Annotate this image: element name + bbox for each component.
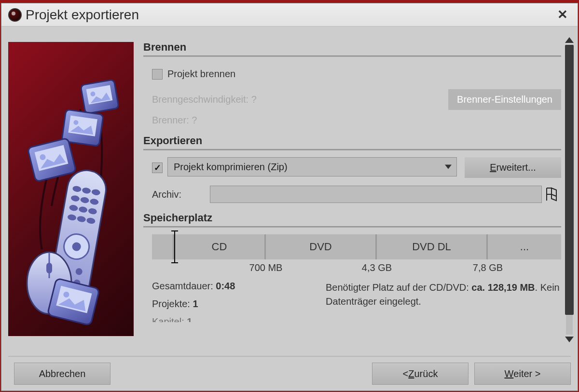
export-format-dropdown[interactable]: Projekt komprimieren (Zip) bbox=[167, 157, 457, 176]
archive-label: Archiv: bbox=[152, 189, 210, 200]
media-seg-more: ... bbox=[488, 234, 561, 259]
export-checkbox[interactable] bbox=[152, 162, 163, 173]
export-format-selected: Projekt komprimieren (Zip) bbox=[174, 162, 288, 173]
divider bbox=[143, 226, 561, 228]
required-space-text: Benötigter Platz auf der CD/DVD: ca. 128… bbox=[326, 281, 561, 329]
app-icon bbox=[8, 8, 22, 22]
storage-stats: Gesamtdauer: 0:48 Projekte: 1 Kapitel: 1… bbox=[152, 281, 561, 329]
svg-rect-30 bbox=[46, 263, 52, 273]
section-title-burn: Brennen bbox=[143, 41, 561, 54]
media-seg-dvddl: DVD DL bbox=[377, 234, 488, 259]
burn-checkbox[interactable] bbox=[152, 69, 163, 80]
chevron-down-icon bbox=[445, 165, 452, 169]
burner-settings-button[interactable]: Brenner-Einstellungen bbox=[448, 89, 561, 110]
tick-dvddl: 7,8 GB bbox=[473, 262, 503, 273]
divider bbox=[143, 149, 561, 150]
scroll-thumb[interactable] bbox=[565, 45, 574, 315]
archive-row: Archiv: bbox=[152, 186, 561, 203]
dialog-body: Brennen Projekt brennen x Brenngeschwind… bbox=[8, 32, 575, 342]
browse-icon[interactable] bbox=[542, 186, 561, 203]
projects-line: Projekte: 1 bbox=[152, 298, 326, 310]
titlebar: Projekt exportieren ✕ bbox=[1, 3, 578, 27]
usage-cursor-icon bbox=[174, 231, 175, 262]
burn-speed-label: Brenngeschwindigkeit: ? bbox=[152, 94, 257, 105]
burner-row: Brenner: ? bbox=[152, 115, 561, 126]
tick-cd: 700 MB bbox=[249, 262, 283, 273]
scroll-rail[interactable] bbox=[566, 45, 573, 335]
scroll-down-icon[interactable] bbox=[565, 337, 574, 342]
dialog-title: Projekt exportieren bbox=[26, 7, 554, 23]
next-button[interactable]: Weiter > bbox=[474, 363, 571, 385]
cancel-button[interactable]: Abbrechen bbox=[14, 363, 110, 385]
section-title-export: Exportieren bbox=[143, 135, 561, 147]
advanced-button[interactable]: Erweitert... bbox=[465, 157, 561, 178]
scrollbar[interactable] bbox=[564, 37, 575, 342]
dialog-footer: Abbrechen < Zurück Weiter > bbox=[8, 356, 571, 382]
media-seg-cd: CD bbox=[174, 234, 266, 259]
media-tick-labels: 700 MB 4,3 GB 7,8 GB bbox=[152, 262, 561, 275]
back-button[interactable]: < Zurück bbox=[372, 363, 469, 385]
chapters-line: Kapitel: 1 bbox=[152, 316, 326, 322]
divider bbox=[143, 55, 561, 57]
burn-checkbox-label: Projekt brennen bbox=[167, 68, 235, 80]
archive-path-input[interactable] bbox=[210, 186, 542, 203]
tick-dvd: 4,3 GB bbox=[362, 262, 392, 273]
export-row: Projekt komprimieren (Zip) Erweitert... bbox=[152, 157, 561, 178]
burn-checkbox-row: Projekt brennen x bbox=[152, 64, 561, 84]
duration-line: Gesamtdauer: 0:48 bbox=[152, 281, 326, 292]
section-title-storage: Speicherplatz bbox=[143, 212, 561, 224]
media-seg-dvd: DVD bbox=[266, 234, 377, 259]
scroll-up-icon[interactable] bbox=[565, 37, 574, 43]
main-content: Brennen Projekt brennen x Brenngeschwind… bbox=[143, 32, 575, 342]
media-seg-used bbox=[152, 234, 174, 259]
close-icon[interactable]: ✕ bbox=[554, 7, 571, 22]
media-size-bar: CD DVD DVD DL ... bbox=[152, 234, 561, 259]
burn-speed-row: Brenngeschwindigkeit: ? Brenner-Einstell… bbox=[152, 89, 561, 110]
burner-label: Brenner: ? bbox=[152, 115, 197, 126]
dialog-window: Projekt exportieren ✕ bbox=[1, 3, 578, 391]
wizard-side-image bbox=[8, 42, 134, 336]
